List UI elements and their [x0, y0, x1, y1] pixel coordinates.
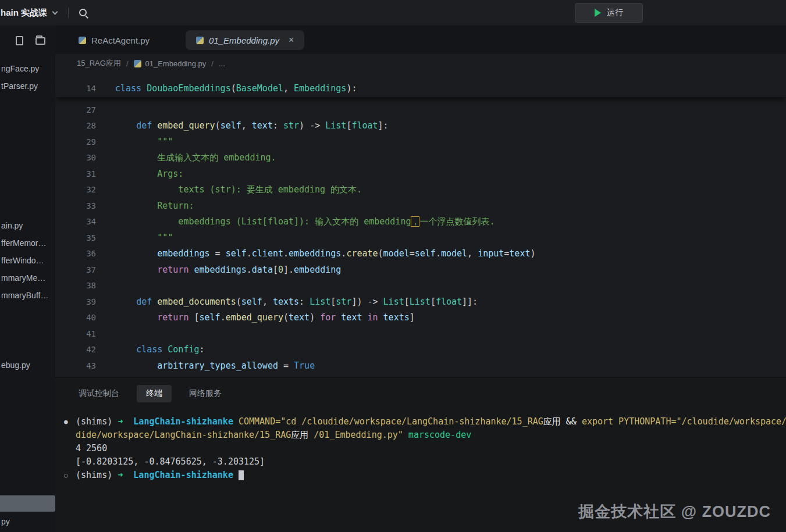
code-token: class: [115, 83, 141, 94]
terminal-line: ○(shims) ➜ LangChain-shizhanke: [55, 469, 786, 482]
code-token: in: [368, 312, 378, 323]
sidebar-file-item[interactable]: mmaryMe…: [1, 272, 45, 284]
panel-tab[interactable]: 网络服务: [187, 385, 224, 402]
line-number: 38: [55, 278, 96, 294]
code-token: ]]:: [462, 297, 478, 307]
breadcrumb-item[interactable]: 01_Embedding.py: [134, 59, 207, 68]
terminal-text: [-0.8203125, -0.84765625, -3.203125]: [76, 456, 265, 467]
code-line[interactable]: 34 embeddings (List[float]): 输入文本的 embed…: [55, 214, 786, 230]
terminal-text: (shims): [76, 470, 118, 480]
terminal-command-marker[interactable]: ○: [64, 469, 68, 482]
code-token: Return:: [115, 201, 194, 211]
code-token: .: [220, 312, 226, 323]
new-file-icon[interactable]: [16, 36, 23, 45]
terminal-text: export PYTHONPATH="/cloudide/workspace/: [582, 416, 786, 427]
code-token: def: [136, 120, 152, 131]
panel-tab[interactable]: 终端: [137, 385, 172, 402]
breadcrumb-label: 01_Embedding.py: [145, 59, 207, 68]
code-token: .: [436, 248, 441, 259]
code-text: texts (str): 要生成 embedding 的文本.: [115, 182, 362, 198]
terminal-text: (shims): [76, 416, 118, 427]
code-text: class Config:: [115, 342, 205, 358]
run-button[interactable]: 运行: [575, 3, 643, 23]
code-token: embedding: [294, 265, 341, 275]
code-token: :: [273, 120, 283, 131]
code-line[interactable]: 29 """: [55, 134, 786, 151]
code-token: return: [157, 265, 189, 275]
code-line[interactable]: 28 def embed_query(self, text: str) -> L…: [55, 118, 786, 134]
code-line[interactable]: 14class DoubaoEmbeddings(BaseModel, Embe…: [55, 81, 786, 97]
code-line[interactable]: 35 """: [55, 230, 786, 247]
sidebar-file-item[interactable]: ain.py: [1, 219, 23, 232]
code-token: [115, 344, 136, 355]
topbar-divider: [68, 8, 69, 18]
editor-tab[interactable]: ReActAgent.py: [69, 30, 159, 50]
code-line[interactable]: 39 def embed_documents(self, texts: List…: [55, 294, 786, 310]
sidebar-file-item[interactable]: fferMemor…: [1, 237, 47, 249]
code-token: Args:: [115, 169, 183, 179]
code-text: return embeddings.data[0].embedding: [115, 262, 341, 279]
code-line[interactable]: 30 生成输入文本的 embedding.: [55, 150, 786, 166]
terminal-text: 应用: [291, 430, 308, 440]
editor-tab[interactable]: 01_Embedding.py×: [186, 30, 304, 50]
project-switcher[interactable]: hain 实战课: [1, 8, 57, 19]
code-text: 生成输入文本的 embedding.: [115, 150, 276, 166]
sidebar-scrollbar-thumb[interactable]: [0, 495, 55, 512]
line-number: 36: [55, 246, 96, 262]
code-line[interactable]: 41: [55, 326, 786, 342]
code-editor[interactable]: 14class DoubaoEmbeddings(BaseModel, Embe…: [55, 73, 786, 377]
tab-label: ReActAgent.py: [91, 35, 150, 45]
code-line[interactable]: 31 Args:: [55, 166, 786, 183]
sidebar-file-item[interactable]: fferWindo…: [1, 254, 44, 267]
code-token: float: [436, 297, 462, 307]
code-token: text: [252, 120, 273, 131]
sticky-scroll-line[interactable]: 14class DoubaoEmbeddings(BaseModel, Embe…: [55, 81, 786, 97]
sidebar-file-bottom[interactable]: py: [1, 517, 10, 526]
code-token: float: [351, 120, 378, 131]
code-token: [115, 248, 157, 259]
code-line[interactable]: 27: [55, 102, 786, 119]
breadcrumb-item[interactable]: 15_RAG应用: [77, 58, 121, 69]
ide-window: hain 实战课 运行 ngFace.pytParser.pyain.pyffe…: [0, 0, 786, 532]
breadcrumb-item[interactable]: ...: [219, 59, 225, 68]
code-token: :: [299, 297, 310, 307]
code-token: (: [215, 120, 220, 131]
run-button-label: 运行: [607, 8, 623, 18]
sidebar-file-item[interactable]: tParser.py: [1, 80, 38, 92]
code-token: [: [404, 297, 410, 307]
terminal-text: LangChain-shizhanke: [133, 470, 239, 480]
terminal-command-marker[interactable]: ●: [64, 415, 68, 429]
code-token: [: [273, 265, 278, 275]
code-token: [: [189, 312, 199, 323]
terminal-text: marscode-dev: [408, 430, 471, 440]
code-line[interactable]: 42 class Config:: [55, 342, 786, 358]
terminal-text: &&: [566, 416, 582, 427]
code-text: embeddings = self.client.embeddings.crea…: [115, 246, 536, 262]
panel-tab[interactable]: 调试控制台: [76, 385, 122, 402]
code-line[interactable]: 37 return embeddings.data[0].embedding: [55, 262, 786, 279]
code-line[interactable]: 40 return [self.embed_query(text) for te…: [55, 310, 786, 326]
code-token: text: [341, 312, 362, 323]
code-token: [115, 120, 136, 131]
new-folder-icon[interactable]: [35, 37, 45, 45]
explorer-actions: [16, 36, 45, 45]
code-line[interactable]: 43 arbitrary_types_allowed = True: [55, 358, 786, 374]
code-token: .: [247, 248, 252, 259]
sidebar-file-item[interactable]: mmaryBuff…: [1, 289, 48, 302]
sidebar-file-item[interactable]: ngFace.py: [1, 62, 39, 75]
code-line[interactable]: 32 texts (str): 要生成 embedding 的文本.: [55, 182, 786, 198]
file-explorer: ngFace.pytParser.pyain.pyfferMemor…fferW…: [0, 26, 55, 532]
code-text: """: [115, 134, 173, 151]
topbar: hain 实战课 运行: [0, 0, 786, 26]
code-token: (: [231, 83, 236, 94]
panel-tabs: 调试控制台终端网络服务: [55, 377, 786, 402]
code-token: =: [210, 248, 226, 259]
line-number: 32: [55, 182, 96, 198]
search-icon[interactable]: [79, 8, 88, 18]
sidebar-file-item[interactable]: ebug.py: [1, 359, 30, 372]
code-line[interactable]: 33 Return:: [55, 198, 786, 215]
code-line[interactable]: 38: [55, 278, 786, 294]
code-line[interactable]: 36 embeddings = self.client.embeddings.c…: [55, 246, 786, 262]
terminal-text: dide/workspace/LangChain-shizhanke/15_RA…: [76, 430, 291, 440]
close-icon[interactable]: ×: [289, 35, 294, 45]
